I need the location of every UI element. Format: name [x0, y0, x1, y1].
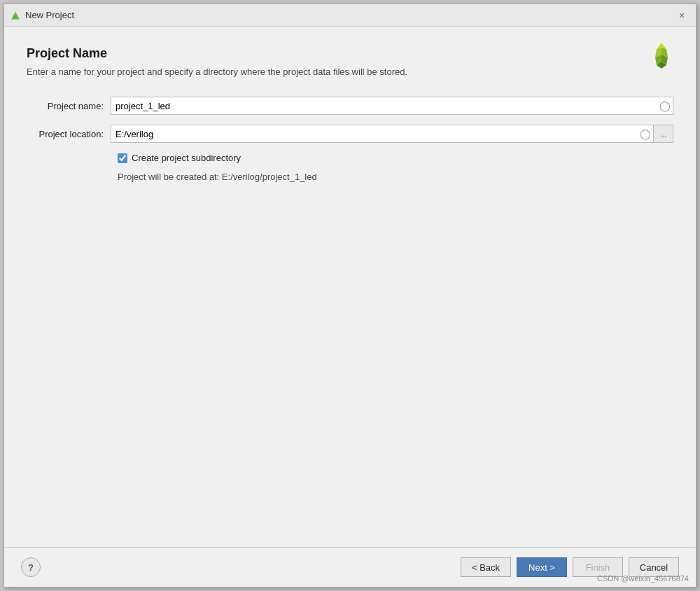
next-button[interactable]: Next >	[517, 557, 567, 577]
title-bar: New Project ×	[4, 4, 696, 27]
project-location-input-wrapper: ◯	[111, 125, 654, 143]
title-bar-left: New Project	[10, 10, 74, 21]
page-title: Project Name	[27, 46, 673, 61]
browse-button[interactable]: ...	[654, 125, 673, 143]
app-icon	[10, 10, 21, 21]
logo-area	[647, 41, 676, 72]
help-button[interactable]: ?	[21, 557, 41, 577]
svg-marker-1	[12, 13, 19, 19]
create-subdirectory-checkbox[interactable]	[118, 153, 127, 163]
dialog-content: Project Name Enter a name for your proje…	[4, 27, 696, 547]
subdirectory-checkbox-label[interactable]: Create project subdirectory	[132, 153, 241, 163]
project-location-input[interactable]	[111, 125, 638, 142]
page-subtitle: Enter a name for your project and specif…	[27, 67, 673, 77]
project-path-info: Project will be created at: E:/verilog/p…	[118, 172, 673, 182]
footer-left: ?	[21, 557, 41, 577]
project-name-group: Project name: ◯	[27, 97, 673, 115]
back-button[interactable]: < Back	[461, 557, 511, 577]
project-name-clear-button[interactable]: ◯	[657, 98, 673, 113]
project-location-label: Project location:	[27, 129, 111, 139]
project-name-label: Project name:	[27, 101, 111, 111]
project-location-clear-button[interactable]: ◯	[638, 126, 653, 141]
project-name-input-wrapper: ◯	[111, 97, 673, 115]
close-button[interactable]: ×	[673, 7, 690, 24]
project-name-input[interactable]	[111, 97, 657, 114]
watermark: CSDN @weixin_45676874	[597, 574, 689, 583]
vivado-logo	[647, 41, 676, 70]
project-location-group: Project location: ◯ ...	[27, 125, 673, 143]
title-bar-title: New Project	[25, 10, 74, 20]
subdirectory-checkbox-group: Create project subdirectory	[118, 153, 673, 163]
new-project-dialog: New Project × Project Name Enter a name …	[4, 4, 696, 587]
dialog-footer: ? < Back Next > Finish Cancel	[4, 547, 696, 587]
